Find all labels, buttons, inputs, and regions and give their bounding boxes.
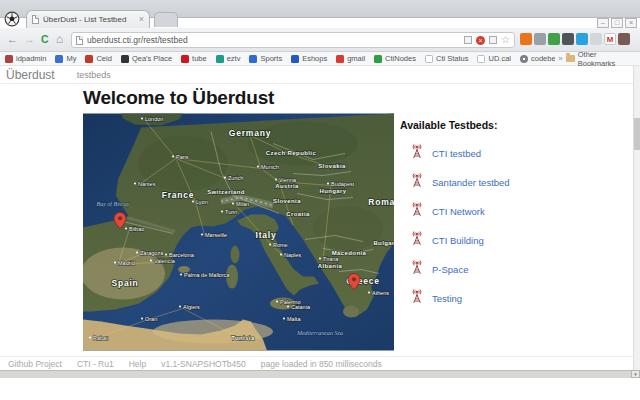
bookmark-item[interactable]: Eshops (291, 54, 327, 63)
bookmark-item[interactable]: My (55, 54, 76, 63)
bookmark-item[interactable]: Cti Status (425, 54, 469, 63)
map-city-dot (257, 166, 259, 168)
testbed-list-item: Santander testbed (400, 168, 580, 197)
url-input[interactable] (87, 34, 460, 46)
back-button[interactable]: ← (7, 33, 18, 45)
page-action-icon-2[interactable] (489, 36, 497, 44)
home-button[interactable]: ⌂ (56, 32, 63, 46)
map-label: Oran (145, 316, 157, 322)
minimize-button[interactable]: – (597, 18, 609, 28)
testbed-link[interactable]: CTI Building (432, 235, 484, 246)
map-city-dot (172, 156, 174, 158)
map-label: Tirana (323, 256, 339, 262)
url-page-icon (76, 36, 83, 45)
testbed-link[interactable]: CTI testbed (432, 148, 481, 159)
testbed-link[interactable]: CTI Network (432, 206, 485, 217)
map-city-dot (280, 254, 282, 256)
window-controls: – □ × (597, 18, 637, 28)
nav-link-testbeds[interactable]: testbeds (55, 70, 111, 80)
extension-icons: M (520, 33, 630, 45)
europe-map[interactable]: LondonGermanyCzech RepublicParisSlovakia… (83, 113, 394, 351)
bookmark-item[interactable]: tube (181, 54, 207, 63)
map-label: Nantes (138, 181, 156, 187)
extension-icon[interactable]: M (604, 33, 616, 45)
extension-icon[interactable] (590, 33, 602, 45)
new-tab-button[interactable] (154, 12, 178, 27)
scrollbar-thumb[interactable] (634, 118, 640, 150)
map-label: Lyon (196, 199, 208, 205)
testbed-link[interactable]: P-Space (432, 264, 468, 275)
antenna-icon (409, 259, 425, 280)
map-label: Valencia (154, 258, 176, 264)
bookmark-item[interactable]: gmail (336, 54, 365, 63)
extension-icon[interactable] (548, 33, 560, 45)
bookmark-favicon-icon (425, 55, 433, 63)
bookmark-item[interactable]: idpadmin (5, 54, 46, 63)
map-city-dot (180, 274, 182, 276)
footer-link[interactable]: CTI - Ru1 (77, 359, 114, 369)
bookmark-favicon-icon (216, 55, 224, 63)
bookmark-star-icon[interactable]: ☆ (501, 35, 510, 45)
testbeds-panel: Available Testbeds: CTI testbed (400, 119, 580, 313)
map-label: Munich (261, 164, 279, 170)
bookmark-favicon-icon (249, 55, 257, 63)
map-city-dot (114, 262, 116, 264)
map-city-dot (165, 254, 167, 256)
map-label: Paris (176, 154, 189, 160)
bookmarks-list: idpadminMyCeidQea's PlacetubeeztvSportsE… (0, 54, 555, 63)
forward-button[interactable]: → (24, 33, 35, 45)
extension-icon[interactable] (534, 33, 546, 45)
other-bookmarks-button[interactable]: Other Bookmarks (566, 50, 640, 68)
map-city-dot (269, 244, 271, 246)
page-action-icon[interactable] (464, 36, 472, 44)
map-label: Slovenia (273, 198, 301, 204)
bookmark-item[interactable]: Qea's Place (121, 54, 172, 63)
map-city-dot (275, 179, 277, 181)
footer-link[interactable]: Help (129, 359, 146, 369)
map-label: Milan (236, 201, 249, 207)
map-label: Czech Republic (266, 150, 317, 156)
map-label: Turin (225, 209, 237, 215)
scrollbar-corner[interactable]: ▾ (631, 370, 640, 378)
map-city-dot (224, 177, 226, 179)
bookmark-favicon-icon (55, 55, 63, 63)
extension-icon[interactable] (562, 33, 574, 45)
bookmark-item[interactable]: UD.cal (477, 54, 511, 63)
chrome-menu-icon[interactable]: ≡ (622, 33, 629, 47)
bookmark-item[interactable]: CtiNodes (374, 54, 416, 63)
bookmarks-overflow-chevron-icon[interactable]: » (555, 54, 565, 63)
map-city-dot (327, 183, 329, 185)
testbed-list-item: P-Space (400, 255, 580, 284)
map-label: Zurich (228, 175, 243, 181)
close-button[interactable]: × (625, 18, 637, 28)
bookmark-item[interactable]: Sports (249, 54, 282, 63)
bookmark-favicon-icon (85, 55, 93, 63)
reload-button[interactable]: C (41, 33, 49, 45)
bookmark-item[interactable]: codebenderio... (520, 54, 555, 63)
maximize-button[interactable]: □ (611, 18, 623, 28)
bookmark-label: My (66, 54, 76, 63)
footer-link[interactable]: Github Project (8, 359, 62, 369)
footer-text: v1.1-SNAPSHOTb450 (161, 359, 246, 369)
browser-tab[interactable]: ÜberDust - List Testbed × (26, 10, 150, 28)
extension-icon[interactable] (576, 33, 588, 45)
map-label: Madrid (118, 260, 135, 266)
profile-avatar-soccer-ball-icon[interactable] (4, 11, 20, 27)
bookmark-item[interactable]: eztv (216, 54, 241, 63)
map-city-dot (125, 228, 127, 230)
tab-favicon (32, 15, 39, 24)
bookmark-favicon-icon (520, 55, 528, 63)
vertical-scrollbar[interactable] (633, 66, 640, 370)
site-brand[interactable]: Überdust (0, 68, 55, 82)
map-city-dot (221, 211, 223, 213)
extension-icon[interactable] (520, 33, 532, 45)
testbed-link[interactable]: Testing (432, 293, 462, 304)
bookmark-item[interactable]: Ceid (85, 54, 111, 63)
address-bar[interactable]: × ☆ (71, 32, 515, 48)
testbed-link[interactable]: Santander testbed (432, 177, 510, 188)
tab-close-icon[interactable]: × (139, 15, 144, 24)
adblock-icon[interactable]: × (476, 36, 485, 45)
map-label: Italy (255, 230, 276, 240)
map-label: Marseille (205, 232, 227, 238)
map-city-dot (283, 318, 285, 320)
